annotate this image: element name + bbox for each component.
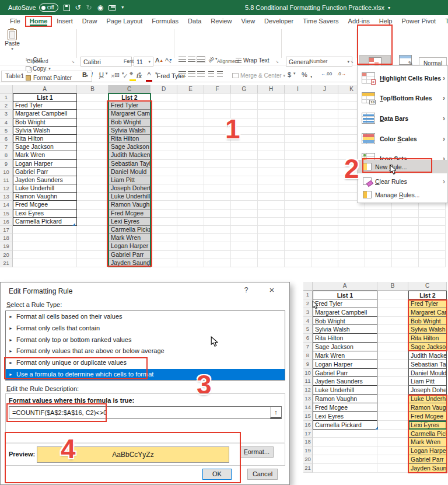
wrap-text-button[interactable]: Wrap Text <box>236 57 270 64</box>
grow-font-button[interactable]: A▲ <box>155 57 163 64</box>
list2-cell[interactable]: Lexi Eyres <box>408 421 447 430</box>
cell[interactable] <box>177 143 204 151</box>
list2-cell[interactable]: Sage Jackson <box>408 343 447 351</box>
list1-cell[interactable]: Gabriel Parr <box>13 168 77 176</box>
cell[interactable] <box>231 226 258 234</box>
cell[interactable] <box>77 242 108 250</box>
column-header-c[interactable]: C <box>408 282 447 291</box>
column-header[interactable]: H <box>258 85 285 93</box>
cell[interactable] <box>177 110 204 118</box>
row-header[interactable]: 3 <box>0 110 13 118</box>
list1-cell[interactable]: Margaret Campbell <box>13 110 77 118</box>
cell[interactable] <box>365 242 392 250</box>
cell[interactable] <box>312 242 338 250</box>
list1-cell[interactable]: Sage Jackson <box>313 343 377 351</box>
list2-cell[interactable]: Mark Wren <box>408 438 447 446</box>
cell[interactable] <box>150 127 177 135</box>
cell[interactable] <box>258 218 285 226</box>
row-header[interactable]: 20 <box>303 455 313 464</box>
cell[interactable] <box>231 160 258 168</box>
cell[interactable] <box>377 421 408 430</box>
list2-cell[interactable]: Fred Mcgee <box>108 210 150 218</box>
row-header[interactable]: 1 <box>303 291 313 299</box>
cell[interactable] <box>377 334 408 343</box>
cell[interactable] <box>231 102 258 110</box>
cell[interactable] <box>392 218 419 226</box>
list1-cell[interactable]: Jayden Saunders <box>313 377 377 386</box>
cell[interactable] <box>377 343 408 351</box>
list1-cell[interactable] <box>13 259 77 267</box>
cell[interactable] <box>231 193 258 201</box>
cell[interactable] <box>392 226 419 234</box>
cancel-button[interactable]: Cancel <box>247 469 278 480</box>
cell[interactable] <box>177 210 204 218</box>
cell[interactable] <box>204 259 231 267</box>
cell[interactable] <box>258 234 285 242</box>
menu-item-clear-rules[interactable]: Clear Rules › <box>358 175 448 188</box>
insert-function-icon[interactable]: fx <box>136 72 142 79</box>
list1-cell[interactable]: Luke Underhill <box>313 386 377 395</box>
cell[interactable] <box>338 259 365 267</box>
cell[interactable] <box>285 184 312 193</box>
rule-type-option[interactable]: ► Format only values that are above or b… <box>6 346 285 357</box>
cell[interactable] <box>150 218 177 226</box>
ribbon-tab[interactable]: Developer <box>260 16 298 26</box>
list2-cell[interactable]: Joseph Doherty <box>108 184 150 193</box>
cell[interactable] <box>231 143 258 151</box>
cell[interactable] <box>150 251 177 259</box>
cell[interactable] <box>312 251 338 259</box>
cell[interactable] <box>77 168 108 176</box>
list1-cell[interactable] <box>13 234 77 242</box>
table-resize-handle[interactable] <box>146 264 149 267</box>
cell[interactable] <box>285 93 312 102</box>
cell[interactable] <box>177 242 204 250</box>
row-header[interactable]: 3 <box>303 308 313 317</box>
list2-cell[interactable]: Ramon Vaughn <box>108 201 150 209</box>
select-all-corner[interactable] <box>303 282 313 291</box>
rule-type-option[interactable]: ► Format all cells based on their values <box>6 311 285 323</box>
cell[interactable] <box>419 226 446 234</box>
cell[interactable] <box>377 464 408 473</box>
cell[interactable] <box>258 251 285 259</box>
menu-item-data-bars[interactable]: Data Bars › <box>358 109 448 128</box>
cell[interactable] <box>258 168 285 176</box>
cell[interactable] <box>312 193 338 201</box>
column-header-b[interactable]: B <box>77 85 108 93</box>
cell[interactable] <box>150 193 177 201</box>
undo-icon[interactable]: ↺ <box>75 4 81 11</box>
cell[interactable] <box>177 201 204 209</box>
cell[interactable] <box>419 259 446 267</box>
cell[interactable] <box>377 369 408 378</box>
ok-button[interactable]: OK <box>202 469 232 480</box>
cell[interactable] <box>177 184 204 193</box>
cell[interactable] <box>392 210 419 218</box>
cell[interactable] <box>285 201 312 209</box>
eye-icon[interactable]: ◉ <box>97 4 103 11</box>
cell[interactable] <box>204 160 231 168</box>
cell[interactable] <box>285 160 312 168</box>
cell[interactable] <box>312 110 338 118</box>
cell[interactable] <box>150 102 177 110</box>
list2-cell[interactable]: Sebastian Taylor <box>108 160 150 168</box>
column-header-c[interactable]: C <box>108 85 150 93</box>
ribbon-tab[interactable]: Page Layout <box>102 16 146 26</box>
font-dialog-launcher-icon[interactable]: ↘ <box>168 60 172 64</box>
list1-cell[interactable]: Luke Underhill <box>13 184 77 193</box>
table-resize-handle[interactable] <box>72 223 75 226</box>
list2-cell[interactable]: Judith Mackenzie <box>108 151 150 159</box>
row-header[interactable]: 16 <box>303 421 313 430</box>
ribbon-tab[interactable]: Add-ins <box>344 16 374 26</box>
cell[interactable] <box>77 118 108 127</box>
cell[interactable] <box>150 201 177 209</box>
cell[interactable] <box>177 193 204 201</box>
list1-cell[interactable]: Mark Wren <box>313 351 377 360</box>
cell[interactable] <box>392 242 419 250</box>
cell[interactable] <box>77 193 108 201</box>
cell[interactable] <box>77 176 108 184</box>
number-dialog-launcher-icon[interactable]: ↘ <box>350 60 354 64</box>
paste-button[interactable]: Paste ▾ <box>4 29 21 51</box>
cell[interactable] <box>204 201 231 209</box>
list2-cell[interactable]: Luke Underhill <box>108 193 150 201</box>
list1-cell[interactable]: Fred Tyler <box>313 299 377 308</box>
row-header[interactable]: 17 <box>303 430 313 438</box>
